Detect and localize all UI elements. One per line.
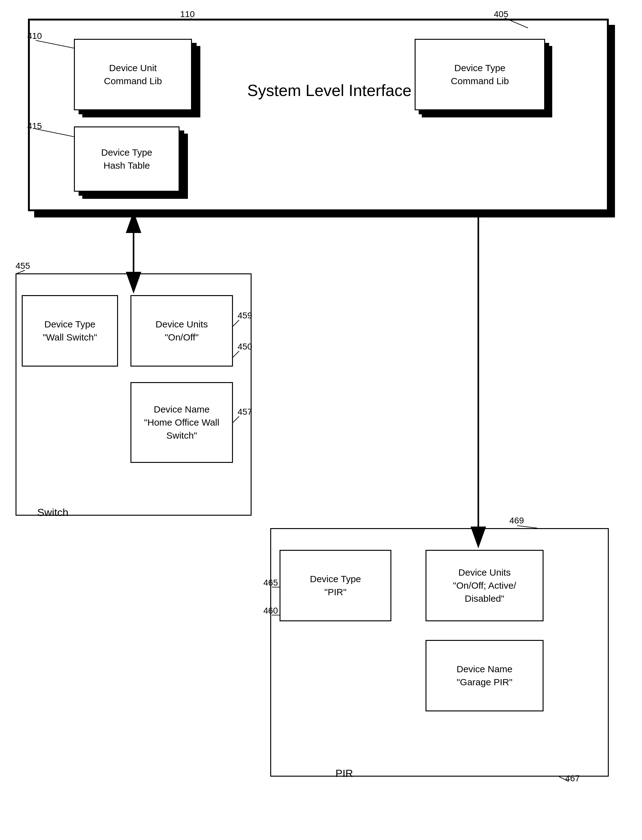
system-level-interface-label: System Level Interface (247, 81, 412, 100)
ref-457: 457 (238, 407, 252, 417)
ref-455: 455 (16, 261, 30, 271)
ref-465: 465 (263, 578, 278, 588)
device-type-command-lib-label: Device TypeCommand Lib (451, 62, 509, 88)
device-type-pir-box: Device Type"PIR" (279, 550, 391, 621)
device-name-home-office-label: Device Name"Home Office WallSwitch" (144, 403, 219, 442)
ref-450: 450 (238, 342, 252, 352)
device-type-hash-table-label: Device TypeHash Table (101, 146, 152, 172)
device-units-onoff-label: Device Units"On/Off" (156, 318, 208, 344)
device-type-command-lib-box: Device TypeCommand Lib (415, 39, 545, 110)
device-name-garage-pir-label: Device Name"Garage PIR" (457, 663, 512, 689)
device-type-wall-switch-label: Device Type"Wall Switch" (42, 318, 97, 344)
device-type-wall-switch-box: Device Type"Wall Switch" (22, 295, 118, 366)
ref-410: 410 (28, 31, 42, 41)
ref-110: 110 (180, 9, 195, 19)
device-type-hash-table-box: Device TypeHash Table (74, 126, 180, 192)
ref-415: 415 (28, 121, 42, 131)
device-unit-command-lib-label: Device UnitCommand Lib (104, 62, 162, 88)
ref-405: 405 (494, 9, 509, 19)
ref-460: 460 (263, 606, 278, 616)
device-units-pir-label: Device Units"On/Off; Active/Disabled" (453, 566, 516, 605)
ref-467: 467 (565, 774, 580, 783)
ref-459: 459 (238, 311, 252, 321)
pir-label: PIR (336, 767, 353, 779)
diagram-container: System Level Interface Device UnitComman… (0, 0, 642, 840)
ref-469: 469 (509, 516, 524, 525)
device-units-pir-box: Device Units"On/Off; Active/Disabled" (425, 550, 543, 621)
device-name-garage-pir-box: Device Name"Garage PIR" (425, 640, 543, 711)
switch-label: Switch (37, 506, 68, 519)
svg-line-14 (517, 525, 537, 528)
device-name-home-office-box: Device Name"Home Office WallSwitch" (130, 382, 233, 463)
device-units-onoff-box: Device Units"On/Off" (130, 295, 233, 366)
device-type-pir-label: Device Type"PIR" (310, 572, 361, 598)
device-unit-command-lib-box: Device UnitCommand Lib (74, 39, 192, 110)
